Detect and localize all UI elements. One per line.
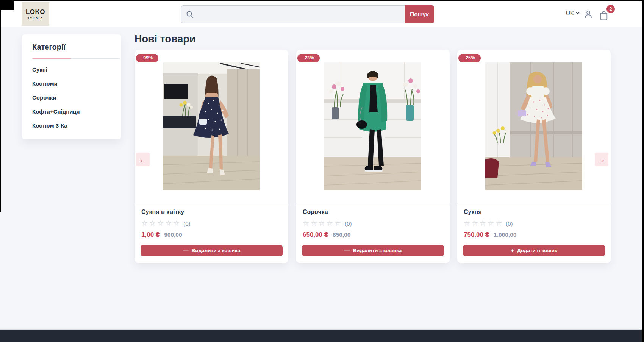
- rating-count: (0): [506, 220, 513, 227]
- current-price: 750,00 ₴: [464, 231, 489, 239]
- discount-badge: -25%: [458, 54, 481, 62]
- categories-panel: Категорії Сукні Костюми Сорочки Кофта+Сп…: [22, 34, 121, 139]
- rating-row: ☆☆☆☆☆ (0): [464, 220, 604, 227]
- product-photo-illustration: [485, 62, 582, 190]
- discount-badge: -99%: [136, 54, 158, 62]
- price-row: 1,00 ₴ 900,00: [141, 231, 282, 239]
- rating-row: ☆☆☆☆☆ (0): [141, 220, 282, 227]
- cart-count-badge: 2: [606, 5, 615, 13]
- header: LOKO STUDIO Пошук UK: [0, 0, 644, 27]
- star-icons: ☆☆☆☆☆: [141, 220, 181, 227]
- screen-edge-artifact: [0, 0, 14, 10]
- rating-count: (0): [183, 220, 190, 227]
- search-button[interactable]: Пошук: [405, 5, 434, 23]
- user-icon: [584, 10, 593, 19]
- arrow-left-icon: ←: [139, 155, 147, 164]
- rating-row: ☆☆☆☆☆ (0): [303, 220, 443, 227]
- product-photo-illustration: [324, 62, 421, 190]
- logo-text: LOKO: [26, 8, 45, 16]
- categories-divider: [32, 58, 120, 59]
- screen-edge-artifact: [0, 0, 1, 212]
- minus-icon: —: [344, 248, 350, 253]
- product-info: Сорочка ☆☆☆☆☆ (0) 650,00 ₴ 850,00: [303, 209, 443, 239]
- language-selected: UK: [566, 10, 574, 16]
- cta-label: Додати в кошик: [517, 248, 557, 253]
- carousel-prev-button[interactable]: ←: [136, 153, 150, 166]
- logo-subtext: STUDIO: [27, 17, 44, 20]
- current-price: 1,00 ₴: [141, 231, 160, 239]
- logo[interactable]: LOKO STUDIO: [22, 2, 49, 26]
- card-divider: [296, 203, 450, 203]
- sidebar-item-sukni[interactable]: Сукні: [32, 66, 121, 73]
- page: LOKO STUDIO Пошук UK: [0, 0, 644, 342]
- product-image[interactable]: [324, 62, 421, 190]
- card-divider: [135, 203, 288, 203]
- plus-icon: +: [511, 248, 514, 253]
- product-card: -25% Сукня ☆☆☆☆☆ (0) 750,00 ₴ 1.000,00 +…: [457, 50, 611, 263]
- categories-title: Категорії: [32, 42, 121, 52]
- cta-label: Видалити з кошика: [353, 248, 402, 253]
- sidebar-item-kostium-3ka[interactable]: Костюм 3-Ка: [32, 122, 121, 129]
- search-box: [181, 5, 405, 23]
- product-info: Сукня в квітку ☆☆☆☆☆ (0) 1,00 ₴ 900,00: [141, 209, 282, 239]
- language-selector[interactable]: UK: [566, 10, 580, 16]
- categories-list: Сукні Костюми Сорочки Кофта+Спідниця Кос…: [32, 66, 121, 129]
- star-icons: ☆☆☆☆☆: [464, 220, 503, 227]
- rating-count: (0): [345, 220, 352, 227]
- product-image[interactable]: [485, 62, 582, 190]
- cart-button[interactable]: 2: [599, 10, 609, 20]
- search-bar: Пошук: [181, 5, 434, 23]
- current-price: 650,00 ₴: [303, 231, 328, 239]
- product-photo-illustration: [163, 62, 260, 190]
- cta-label: Видалити з кошика: [192, 248, 241, 253]
- sidebar-item-sorochky[interactable]: Сорочки: [32, 94, 121, 101]
- product-card: -23% Сорочка ☆☆☆☆☆ (0) 650,00 ₴ 850,00 —…: [296, 50, 450, 263]
- price-row: 650,00 ₴ 850,00: [303, 231, 443, 239]
- price-row: 750,00 ₴ 1.000,00: [464, 231, 604, 239]
- product-title[interactable]: Сукня в квітку: [141, 209, 282, 216]
- product-info: Сукня ☆☆☆☆☆ (0) 750,00 ₴ 1.000,00: [464, 209, 604, 239]
- remove-from-cart-button[interactable]: — Видалити з кошика: [302, 245, 444, 256]
- account-button[interactable]: [584, 10, 593, 19]
- search-input[interactable]: [181, 5, 405, 23]
- minus-icon: —: [183, 248, 189, 253]
- chevron-down-icon: [576, 12, 580, 14]
- product-image[interactable]: [163, 62, 260, 190]
- product-title[interactable]: Сукня: [464, 209, 604, 216]
- remove-from-cart-button[interactable]: — Видалити з кошика: [141, 245, 283, 256]
- arrow-right-icon: →: [598, 155, 606, 164]
- footer: [0, 329, 644, 342]
- carousel-next-button[interactable]: →: [595, 153, 608, 166]
- sidebar-item-kofta-spidnytsia[interactable]: Кофта+Спідниця: [32, 108, 121, 115]
- screen-edge-artifact: [642, 0, 644, 342]
- product-title[interactable]: Сорочка: [303, 209, 443, 216]
- star-icons: ☆☆☆☆☆: [303, 220, 342, 227]
- product-card: -99% Сукня в квітку ☆☆☆☆☆ (0) 1,00 ₴ 900…: [135, 50, 288, 263]
- old-price: 1.000,00: [494, 231, 516, 238]
- old-price: 900,00: [164, 231, 182, 238]
- old-price: 850,00: [333, 231, 350, 238]
- sidebar-item-kostiumy[interactable]: Костюми: [32, 80, 121, 87]
- card-divider: [457, 203, 611, 203]
- add-to-cart-button[interactable]: + Додати в кошик: [463, 245, 605, 256]
- discount-badge: -23%: [297, 54, 320, 62]
- screen-edge-artifact: [0, 0, 644, 1]
- page-title: Нові товари: [134, 33, 195, 45]
